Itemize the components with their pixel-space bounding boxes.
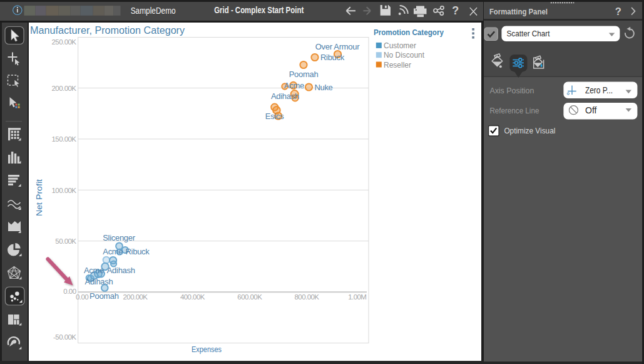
svg-text:200.00K: 200.00K [123, 293, 148, 301]
svg-text:Manufacturer, Promotion Catego: Manufacturer, Promotion Category [30, 24, 185, 36]
svg-text:150.00K: 150.00K [52, 135, 77, 143]
svg-text:Acme: Acme [103, 247, 123, 256]
svg-text:Customer: Customer [384, 41, 416, 49]
svg-text:Promotion Category: Promotion Category [374, 27, 444, 36]
svg-text:200.00K: 200.00K [52, 84, 77, 91]
svg-text:?: ? [615, 6, 621, 17]
svg-text:Reference Line: Reference Line [489, 106, 539, 115]
svg-text:Grid - Complex Start Point: Grid - Complex Start Point [214, 5, 304, 15]
svg-text:250.00K: 250.00K [52, 38, 77, 46]
svg-text:50.00K: 50.00K [55, 237, 76, 244]
svg-text:-50.00K: -50.00K [53, 333, 76, 341]
svg-text:No Discount: No Discount [384, 51, 425, 60]
svg-text:Poomah: Poomah [89, 291, 119, 301]
svg-text:Adihash: Adihash [271, 91, 299, 101]
svg-text:Zero P...: Zero P... [585, 85, 613, 95]
svg-text:Nuke: Nuke [314, 83, 332, 92]
svg-text:Ribuck: Ribuck [320, 53, 345, 62]
svg-text:1.00M: 1.00M [348, 293, 366, 301]
svg-text:Net Profit: Net Profit [34, 179, 44, 216]
svg-text:Expenses: Expenses [192, 344, 222, 353]
svg-text:Poomah: Poomah [289, 69, 319, 78]
svg-text:Ribuck: Ribuck [126, 247, 150, 256]
svg-text:100.00K: 100.00K [52, 186, 77, 194]
svg-text:?: ? [452, 4, 459, 17]
svg-text:0.00: 0.00 [76, 293, 88, 301]
svg-text:Acme: Acme [284, 80, 304, 90]
svg-text:Optimize Visual: Optimize Visual [504, 126, 555, 135]
svg-text:800.00K: 800.00K [295, 293, 320, 301]
svg-text:400.00K: 400.00K [180, 293, 205, 301]
svg-text:Acme: Acme [84, 266, 104, 275]
svg-text:Axis Position: Axis Position [489, 86, 534, 95]
svg-text:Over Armour: Over Armour [315, 41, 360, 51]
svg-text:Reseller: Reseller [384, 60, 411, 69]
svg-text:Esics: Esics [265, 112, 284, 121]
svg-text:0.00: 0.00 [63, 288, 76, 295]
svg-text:Slicenger: Slicenger [103, 232, 135, 242]
svg-text:Formatting Panel: Formatting Panel [489, 7, 547, 16]
svg-text:Off: Off [585, 105, 597, 115]
svg-text:Adihash: Adihash [85, 277, 113, 286]
svg-text:600.00K: 600.00K [237, 293, 262, 301]
svg-text:Adihash: Adihash [107, 266, 135, 275]
svg-text:Scatter Chart: Scatter Chart [506, 29, 549, 38]
svg-text:SampleDemo: SampleDemo [131, 6, 176, 16]
